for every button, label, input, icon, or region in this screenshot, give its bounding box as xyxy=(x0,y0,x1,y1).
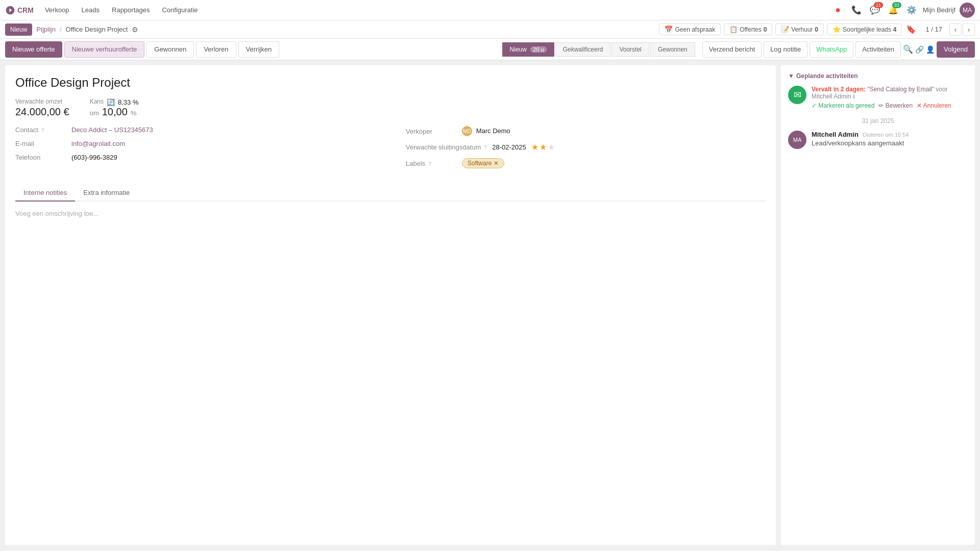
software-tag[interactable]: Software ✕ xyxy=(462,158,504,168)
top-navbar: CRM Verkoop Leads Rapportages Configurat… xyxy=(0,0,980,20)
notes-area[interactable]: Voeg een omschrijving toe... xyxy=(15,202,766,226)
nav-configuratie[interactable]: Configuratie xyxy=(157,4,203,16)
prev-record-button[interactable]: ‹ xyxy=(949,23,962,36)
star-chip-icon: ⭐ xyxy=(832,26,841,33)
soortgelijke-chip[interactable]: ⭐ Soortgelijke leads 4 xyxy=(827,23,902,35)
tab-extra-informatie[interactable]: Extra informatie xyxy=(75,185,138,202)
stage-voorstel[interactable]: Voorstel xyxy=(611,42,649,57)
verkoper-field: Verkoper MD Marc Demo xyxy=(406,126,766,136)
bookmark-icon[interactable]: 🔖 xyxy=(906,24,916,34)
search-icon[interactable]: 🔍 xyxy=(903,44,913,54)
log-item-0: MA Mitchell Admin Gisteren om 15:54 Lead… xyxy=(788,131,968,149)
activity-due: Vervalt in 2 dagen: "Send Catalog by Ema… xyxy=(812,86,968,100)
offertes-chip[interactable]: 📋 Offertes 0 xyxy=(724,23,772,35)
chevron-down-icon: ▼ xyxy=(788,72,794,80)
star-2[interactable]: ★ xyxy=(540,142,547,152)
verhuur-count: 0 xyxy=(815,26,818,33)
tab-interne-notities[interactable]: Interne notities xyxy=(15,185,75,202)
volgende-button[interactable]: Volgend xyxy=(937,41,975,58)
main-wrapper: Office Design Project Verwachte omzet 24… xyxy=(0,60,980,550)
mark-done-button[interactable]: ✓ Markeren als gereed xyxy=(812,102,874,109)
messages-icon[interactable]: 💬 11 xyxy=(868,3,882,17)
company-name[interactable]: Mijn Bedrijf xyxy=(923,6,955,14)
stage-gewonnen[interactable]: Gewonnen xyxy=(650,42,695,57)
breadcrumb-record: Office Design Project xyxy=(66,26,128,33)
apps-icon[interactable]: ⚙️ xyxy=(904,3,919,17)
stage-gekwalificeerd[interactable]: Gekwalificeerd xyxy=(555,42,611,57)
geen-afspraak-label: Geen afspraak xyxy=(675,26,715,33)
log-notitie-button[interactable]: Log notitie xyxy=(764,41,807,58)
date-divider: 31 jan 2025 xyxy=(788,117,968,124)
log-content: Mitchell Admin Gisteren om 15:54 Lead/ve… xyxy=(812,131,968,149)
verhuur-chip[interactable]: 📝 Verhuur 0 xyxy=(775,23,824,35)
verhuur-icon: 📝 xyxy=(781,26,789,33)
alerts-badge: 33 xyxy=(892,2,901,8)
stage-voorstel-label: Voorstel xyxy=(619,46,641,53)
stage-nieuw-badge: 20 u xyxy=(530,46,546,53)
offertes-count: 0 xyxy=(764,26,767,33)
cancel-activity-button[interactable]: ✕ Annuleren xyxy=(917,102,951,109)
kans-value: 8,33 % xyxy=(118,98,138,106)
right-panel: ▼ Geplande activiteiten ✉ Vervalt in 2 d… xyxy=(781,65,975,545)
gewonnen-button[interactable]: Gewonnen xyxy=(146,41,194,58)
telefoon-field: Telefoon (603)-996-3829 xyxy=(15,154,375,161)
tabs-row: Interne notities Extra informatie xyxy=(15,185,766,202)
star-3[interactable]: ★ xyxy=(548,142,555,152)
nav-verkoop[interactable]: Verkoop xyxy=(40,4,75,16)
log-text: Lead/verkoopkans aangemaakt xyxy=(812,139,968,147)
new-button[interactable]: Nieuw xyxy=(5,23,32,36)
user-avatar[interactable]: MA xyxy=(960,3,975,18)
next-record-button[interactable]: › xyxy=(963,23,975,36)
labels-help-icon: ? xyxy=(428,161,431,167)
pct-symbol: % xyxy=(131,109,137,117)
stage-nieuw[interactable]: Nieuw 20 u xyxy=(502,42,554,57)
nav-leads[interactable]: Leads xyxy=(77,4,105,16)
geen-afspraak-chip[interactable]: 📅 Geen afspraak xyxy=(659,23,721,35)
activity-actions: ✓ Markeren als gereed ✏ Bewerken ✕ Annul… xyxy=(812,102,968,109)
verhuur-label: Verhuur xyxy=(791,26,813,33)
form-area: Office Design Project Verwachte omzet 24… xyxy=(5,65,776,545)
email-value[interactable]: info@agrolait.com xyxy=(71,140,125,147)
soortgelijke-label: Soortgelijke leads xyxy=(843,26,891,33)
breadcrumb-bar: Nieuw Pijplijn / Office Design Project ⚙… xyxy=(0,20,980,39)
user-icon[interactable]: 👤 xyxy=(926,45,935,54)
alerts-icon[interactable]: 🔔 33 xyxy=(886,3,900,17)
priority-stars[interactable]: ★ ★ ★ xyxy=(531,142,555,152)
kans-group: Kans 🔄 8,33 % om 10,00 % xyxy=(90,98,139,118)
whatsapp-button[interactable]: WhatsApp xyxy=(810,41,853,58)
top-nav-right: ● 📞 💬 11 🔔 33 ⚙️ Mijn Bedrijf MA xyxy=(831,3,975,18)
activity-name: "Send Catalog by Email" xyxy=(867,86,934,93)
omzet-kans-row: Verwachte omzet 24.000,00 € Kans 🔄 8,33 … xyxy=(15,98,766,118)
messages-badge: 11 xyxy=(874,2,883,8)
kans-refresh-icon[interactable]: 🔄 xyxy=(107,98,115,106)
activiteiten-button[interactable]: Activiteiten xyxy=(855,41,901,58)
contact-value[interactable]: Deco Addict – US12345673 xyxy=(71,126,153,134)
log-time: Gisteren om 15:54 xyxy=(863,132,909,138)
notes-placeholder: Voeg een omschrijving toe... xyxy=(15,210,99,217)
verkoper-label: Verkoper xyxy=(406,128,457,135)
sluitingsdatum-field: Verwachte sluitingsdatum ? 28-02-2025 ★ … xyxy=(406,142,766,152)
verrijken-button[interactable]: Verrijken xyxy=(238,41,280,58)
label-tag-text: Software xyxy=(468,160,492,167)
phone-icon[interactable]: 📞 xyxy=(849,3,864,17)
offertes-label: Offertes xyxy=(740,26,761,33)
chain-icon[interactable]: 🔗 xyxy=(915,45,924,54)
label-tag-remove-icon[interactable]: ✕ xyxy=(494,160,499,167)
due-prefix: Vervalt in 2 dagen: xyxy=(812,86,866,93)
record-settings-icon[interactable]: ⚙ xyxy=(132,26,138,34)
nieuwe-verhuurofferte-button[interactable]: Nieuwe verhuurofferte xyxy=(64,41,145,58)
nav-rapportages[interactable]: Rapportages xyxy=(107,4,155,16)
verloren-button[interactable]: Verloren xyxy=(196,41,236,58)
sluitingsdatum-label: Verwachte sluitingsdatum ? xyxy=(406,143,487,151)
breadcrumb-pipeline[interactable]: Pijplijn xyxy=(36,26,56,33)
edit-activity-button[interactable]: ✏ Bewerken xyxy=(878,102,913,109)
record-icon[interactable]: ● xyxy=(831,3,845,17)
stage-gekwalificeerd-label: Gekwalificeerd xyxy=(563,46,603,53)
star-1[interactable]: ★ xyxy=(531,142,538,152)
nieuwe-offerte-button[interactable]: Nieuwe offerte xyxy=(5,41,62,58)
verzend-bericht-button[interactable]: Verzend bericht xyxy=(702,41,762,58)
verwachte-omzet-label: Verwachte omzet xyxy=(15,98,69,105)
crm-logo[interactable]: CRM xyxy=(5,5,34,15)
breadcrumb-separator: / xyxy=(60,26,62,33)
telefoon-label: Telefoon xyxy=(15,154,66,161)
